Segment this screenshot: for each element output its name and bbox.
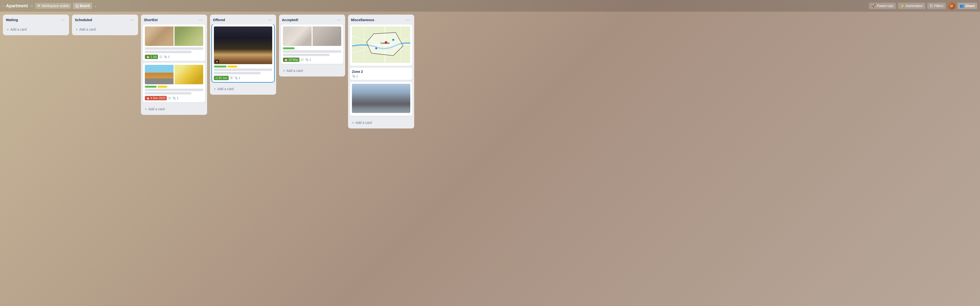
column-menu-shortlist[interactable]: ⋯ xyxy=(197,17,204,22)
filter-icon: ☴ xyxy=(930,4,933,8)
card-image-bright-room xyxy=(283,27,312,46)
add-card-button-waiting[interactable]: + Add a card xyxy=(4,25,68,33)
column-waiting: Waiting ⋯ + Add a card xyxy=(3,14,69,35)
add-card-button-miscellaneous[interactable]: + Add a card xyxy=(349,119,413,127)
checklist-icon-offered: ☰ xyxy=(230,76,233,80)
attachment-icon-accepted: 📎 xyxy=(305,58,309,62)
board-area: Waiting ⋯ + Add a card Scheduled ⋯ + Add… xyxy=(0,12,980,306)
column-content-offered: ✎ ▲ ☑ 25 Jun ☰ xyxy=(210,25,276,84)
city-view-image xyxy=(352,84,410,113)
column-header-scheduled: Scheduled ⋯ xyxy=(72,14,138,25)
card-misc-map[interactable]: London xyxy=(350,25,412,66)
card-footer-shortlist-2: ⏰ 4 Dec 2023 ☑ 📎 1 xyxy=(145,96,203,100)
powerups-button[interactable]: 🚀 Power-Ups xyxy=(869,3,896,9)
add-card-button-offered[interactable]: + Add a card xyxy=(211,85,275,93)
board-title: Apartment xyxy=(6,3,28,8)
attachment-icon-zone2: 📎 xyxy=(352,75,356,78)
filters-label: Filters xyxy=(934,4,943,8)
navbar: ‹ Apartment ☆ 👁 Workspace visible ◫ Boar… xyxy=(0,0,980,12)
attachment-meta-accepted-1: 📎 1 xyxy=(305,58,311,62)
share-button[interactable]: 👥 Share xyxy=(958,3,977,9)
visibility-button[interactable]: 👁 Workspace visible xyxy=(35,3,71,9)
card-map-image: London xyxy=(352,27,410,63)
date-badge-offered-1: ☑ 25 Jun xyxy=(214,76,229,80)
card-image-bedroom xyxy=(313,27,341,46)
checklist-meta-offered-1: ☰ xyxy=(230,76,233,80)
add-card-button-accepted[interactable]: + Add a card xyxy=(280,67,344,75)
checklist-icon: ☑ xyxy=(159,55,162,59)
column-title-offered: Offered xyxy=(213,18,225,22)
column-content-miscellaneous: London Zone 2 📎 1 xyxy=(348,25,414,118)
card-images-accepted-1 xyxy=(283,27,341,46)
card-text-area-shortlist-2 xyxy=(145,89,203,95)
svg-point-10 xyxy=(392,39,394,41)
board-view-button[interactable]: ◫ Board xyxy=(73,3,92,9)
clock-icon-2: ⏰ xyxy=(146,97,150,100)
checklist-icon-2: ☑ xyxy=(168,97,171,100)
visibility-label: Workspace visible xyxy=(42,4,69,8)
card-shortlist-1[interactable]: ⏰ 1 Jul ☑ 📎 1 xyxy=(143,25,205,61)
card-footer-zone2: 📎 1 xyxy=(352,75,410,78)
card-images-shortlist-1 xyxy=(145,27,203,46)
filters-button[interactable]: ☴ Filters xyxy=(927,3,946,9)
board-view-label: Board xyxy=(80,4,89,8)
add-card-button-scheduled[interactable]: + Add a card xyxy=(73,25,137,33)
clock-icon-accepted: ⏰ xyxy=(284,58,288,62)
add-icon-waiting: + xyxy=(7,27,9,31)
card-misc-cityview[interactable] xyxy=(350,82,412,116)
automation-button[interactable]: ⚡ Automation xyxy=(898,3,925,9)
card-footer-accepted-1: ⏰ 18 May ☑ 📎 1 xyxy=(283,57,341,62)
card-offered-1[interactable]: ✎ ▲ ☑ 25 Jun ☰ xyxy=(212,25,274,82)
star-icon[interactable]: ☆ xyxy=(30,4,33,8)
column-menu-waiting[interactable]: ⋯ xyxy=(59,17,66,22)
column-menu-miscellaneous[interactable]: ⋯ xyxy=(404,17,411,22)
add-card-button-shortlist[interactable]: + Add a card xyxy=(142,105,206,113)
add-icon-accepted: + xyxy=(283,69,285,73)
card-footer-shortlist-1: ⏰ 1 Jul ☑ 📎 1 xyxy=(145,55,203,59)
add-icon-miscellaneous: + xyxy=(352,121,354,125)
automation-label: Automation xyxy=(905,4,923,8)
attachment-icon-2: 📎 xyxy=(172,97,176,100)
add-icon-scheduled: + xyxy=(76,27,78,31)
column-header-offered: Offered ⋯ xyxy=(210,14,276,25)
column-title-accepted: Accepted! xyxy=(282,18,299,22)
attachment-meta-shortlist-2: 📎 1 xyxy=(172,97,178,100)
svg-text:London: London xyxy=(380,42,390,44)
eye-icon: 👁 xyxy=(37,4,41,8)
check-icon-offered: ☑ xyxy=(215,76,218,80)
date-badge-shortlist-1: ⏰ 1 Jul xyxy=(145,55,158,59)
card-shortlist-2[interactable]: ⏰ 4 Dec 2023 ☑ 📎 1 xyxy=(143,63,205,102)
card-text-area-shortlist-1 xyxy=(145,48,203,53)
label-green-accepted xyxy=(283,48,294,49)
column-menu-scheduled[interactable]: ⋯ xyxy=(128,17,135,22)
column-miscellaneous: Miscellaneous ⋯ xyxy=(348,14,414,128)
column-title-miscellaneous: Miscellaneous xyxy=(351,18,374,22)
user-avatar[interactable]: U xyxy=(948,2,955,10)
card-text-area-offered-1 xyxy=(214,68,272,74)
back-chevron-icon[interactable]: ‹ xyxy=(3,4,4,8)
card-text-area-accepted-1 xyxy=(283,50,341,56)
rocket-icon: 🚀 xyxy=(871,4,875,8)
powerups-label: Power-Ups xyxy=(877,4,894,8)
column-header-waiting: Waiting ⋯ xyxy=(3,14,69,25)
column-content-shortlist: ⏰ 1 Jul ☑ 📎 1 xyxy=(141,25,207,104)
card-misc-zone2[interactable]: Zone 2 📎 1 xyxy=(350,68,412,80)
add-icon-offered: + xyxy=(214,87,216,91)
column-header-shortlist: Shortlist ⋯ xyxy=(141,14,207,25)
card-image-balcony xyxy=(175,27,203,46)
date-badge-accepted-1: ⏰ 18 May xyxy=(283,57,299,62)
card-image-living-room xyxy=(145,27,173,46)
column-offered: Offered ⋯ ✎ ▲ ☑ xyxy=(210,14,276,95)
view-chevron-down-icon[interactable]: ⌄ xyxy=(94,4,97,8)
column-header-miscellaneous: Miscellaneous ⋯ xyxy=(348,14,414,25)
card-image-interior xyxy=(175,65,203,84)
card-accepted-1[interactable]: ⏰ 18 May ☑ 📎 1 xyxy=(281,25,343,64)
attachment-icon: 📎 xyxy=(164,55,167,59)
nav-right-area: 🚀 Power-Ups ⚡ Automation ☴ Filters U 👥 S… xyxy=(869,2,977,10)
svg-point-9 xyxy=(375,48,377,49)
card-images-shortlist-2 xyxy=(145,65,203,84)
share-icon: 👥 xyxy=(960,4,964,8)
column-title-waiting: Waiting xyxy=(6,18,18,22)
column-menu-offered[interactable]: ⋯ xyxy=(266,17,273,22)
column-menu-accepted[interactable]: ⋯ xyxy=(336,17,342,22)
